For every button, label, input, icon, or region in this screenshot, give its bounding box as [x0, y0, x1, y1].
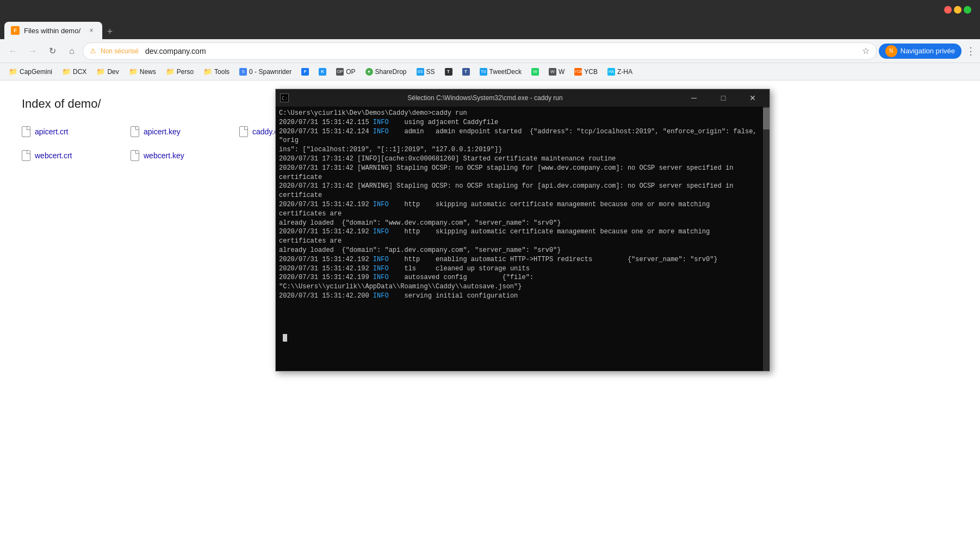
bookmark-dev[interactable]: 📁 Dev: [92, 65, 123, 78]
back-button[interactable]: ←: [4, 42, 22, 60]
bookmark-label: OP: [346, 68, 355, 76]
site-favicon: F: [301, 68, 309, 76]
browser-menu-button[interactable]: ⋮: [966, 45, 976, 57]
address-bar[interactable]: ⚠ Non sécurisé dev.company.com ☆: [83, 42, 877, 60]
cmd-scrollbar[interactable]: [763, 107, 770, 371]
cmd-line: 2020/07/31 17:31:42 [INFO][cache:0xc0006…: [279, 154, 760, 164]
cmd-output[interactable]: C:\Users\yciurlik\Dev\Demos\Caddy\demo>c…: [276, 107, 763, 371]
file-name: webcert.key: [144, 151, 184, 160]
bookmark-f[interactable]: F: [297, 66, 313, 78]
file-webcert-key[interactable]: webcert.key: [131, 146, 239, 165]
folder-icon: 📁: [129, 67, 138, 76]
bookmark-star-button[interactable]: ☆: [862, 46, 870, 56]
cmd-line: 2020/07/31 15:31:42.192 INFO http skippi…: [279, 227, 760, 246]
file-icon: [22, 126, 30, 137]
bookmark-ycb[interactable]: YCB YCB: [570, 66, 602, 78]
cmd-line: already loaded {"domain": "www.dev.compa…: [279, 219, 760, 228]
site-favicon: ●: [365, 68, 373, 76]
url-text: dev.company.com: [145, 47, 206, 55]
site-favicon: HA: [607, 68, 615, 76]
site-favicon: OP: [336, 68, 344, 76]
cmd-line: already loaded {"domain": "api.dev.compa…: [279, 246, 760, 255]
navigation-bar: ← → ↻ ⌂ ⚠ Non sécurisé dev.company.com ☆…: [0, 39, 980, 63]
cmd-line: 2020/07/31 15:31:42.199 INFO autosaved c…: [279, 273, 760, 292]
bookmark-label: Tools: [214, 68, 230, 76]
security-warning-icon: ⚠: [90, 47, 96, 55]
site-favicon: W: [531, 68, 539, 76]
cmd-close-button[interactable]: ✕: [740, 89, 765, 107]
bookmark-tools[interactable]: 📁 Tools: [199, 65, 234, 78]
bookmark-label: SS: [426, 68, 435, 76]
tab-favicon: F: [11, 26, 20, 35]
reload-button[interactable]: ↻: [44, 42, 61, 60]
site-favicon: Td: [480, 68, 487, 76]
profile-button[interactable]: N Navigation privée: [879, 44, 962, 59]
bookmark-t2[interactable]: T: [458, 66, 474, 78]
bookmark-capgemini[interactable]: 📁 CapGemini: [4, 65, 57, 78]
bookmark-label: Z-HA: [617, 68, 632, 76]
bookmark-w2[interactable]: W W: [544, 66, 569, 78]
file-icon: [239, 126, 248, 137]
profile-label: Navigation privée: [901, 47, 955, 55]
site-favicon: K: [319, 68, 326, 76]
tab-bar: F Files within demo/ × +: [0, 20, 980, 39]
cmd-line: 2020/07/31 15:31:42.192 INFO http enabli…: [279, 255, 760, 264]
bookmark-tweetdeck[interactable]: Td TweetDeck: [475, 66, 526, 78]
bookmark-label: Perso: [177, 68, 194, 76]
bookmark-spawnrider[interactable]: S 0 - Spawnrider: [235, 66, 296, 78]
site-favicon: T: [445, 68, 452, 76]
file-icon: [131, 150, 139, 161]
forward-button[interactable]: →: [24, 42, 41, 60]
bookmark-label: 0 - Spawnrider: [249, 68, 291, 76]
cmd-line: 2020/07/31 17:31:42 [WARNING] Stapling O…: [279, 164, 760, 182]
new-tab-button[interactable]: +: [102, 24, 117, 39]
bookmark-t1[interactable]: T: [441, 66, 457, 78]
file-icon: [22, 150, 30, 161]
bookmark-label: YCB: [584, 68, 598, 76]
file-name: apicert.crt: [35, 127, 68, 136]
profile-avatar: N: [885, 45, 897, 57]
cmd-minimize-button[interactable]: ─: [681, 89, 706, 107]
cmd-cursor: [283, 334, 287, 342]
cmd-line: 2020/07/31 15:31:42.200 INFO serving ini…: [279, 292, 760, 301]
bookmark-sharedrop[interactable]: ● ShareDrop: [361, 66, 411, 78]
bookmark-label: Dev: [107, 68, 119, 76]
bookmark-label: W: [559, 68, 565, 76]
bookmark-dcx[interactable]: 📁 DCX: [58, 65, 91, 78]
title-bar: [0, 0, 980, 20]
bookmark-k[interactable]: K: [314, 66, 331, 78]
bookmark-op[interactable]: OP OP: [332, 66, 359, 78]
bookmark-label: CapGemini: [20, 68, 52, 76]
cmd-line: 2020/07/31 15:31:42.192 INFO http skippi…: [279, 200, 760, 219]
home-button[interactable]: ⌂: [63, 42, 80, 60]
svg-text:C:: C:: [282, 96, 288, 101]
site-favicon: SS: [417, 68, 424, 76]
bookmark-ss[interactable]: SS SS: [412, 66, 439, 78]
site-favicon: S: [239, 68, 247, 76]
bookmarks-bar: 📁 CapGemini 📁 DCX 📁 Dev 📁 News 📁 Perso 📁…: [0, 63, 980, 81]
cmd-scroll-thumb[interactable]: [763, 108, 770, 129]
tab-title: Files within demo/: [24, 27, 80, 35]
cmd-title-text: Sélection C:\Windows\System32\cmd.exe - …: [293, 94, 677, 102]
cmd-line: ins": ["localhost:2019", "[::1]:2019", "…: [279, 145, 760, 154]
cmd-line: [279, 333, 760, 343]
file-webcert-crt[interactable]: webcert.crt: [22, 146, 131, 165]
bookmark-zha[interactable]: HA Z-HA: [603, 66, 637, 78]
bookmark-perso[interactable]: 📁 Perso: [162, 65, 198, 78]
file-apicert-crt[interactable]: apicert.crt: [22, 122, 131, 141]
bookmark-news[interactable]: 📁 News: [125, 65, 160, 78]
bookmark-label: DCX: [73, 68, 86, 76]
file-apicert-key[interactable]: apicert.key: [131, 122, 239, 141]
bookmark-w1[interactable]: W: [527, 66, 543, 78]
cmd-titlebar[interactable]: C: Sélection C:\Windows\System32\cmd.exe…: [276, 89, 770, 107]
cmd-window: C: Sélection C:\Windows\System32\cmd.exe…: [275, 89, 770, 372]
cmd-body: C:\Users\yciurlik\Dev\Demos\Caddy\demo>c…: [276, 107, 770, 371]
tab-close-button[interactable]: ×: [87, 26, 96, 35]
cmd-maximize-button[interactable]: □: [711, 89, 736, 107]
folder-icon: 📁: [62, 67, 71, 76]
cmd-line: C:\Users\yciurlik\Dev\Demos\Caddy\demo>c…: [279, 109, 760, 118]
cmd-line: 2020/07/31 15:31:42.192 INFO tls cleaned…: [279, 264, 760, 274]
file-name: webcert.crt: [35, 151, 72, 160]
active-tab[interactable]: F Files within demo/ ×: [4, 22, 102, 39]
bookmark-label: TweetDeck: [489, 68, 522, 76]
